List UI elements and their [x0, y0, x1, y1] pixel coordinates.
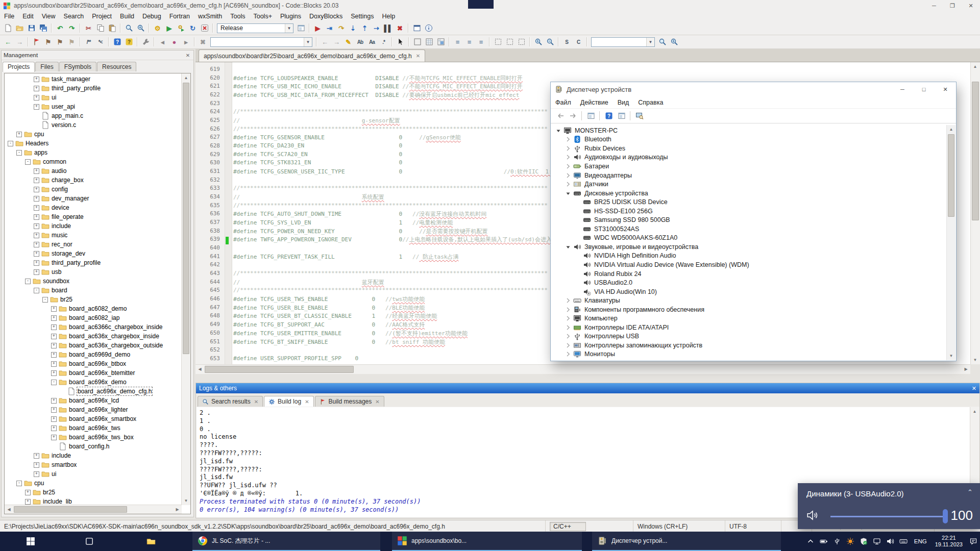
- network-icon[interactable]: [870, 532, 884, 551]
- expand-icon[interactable]: +: [34, 187, 39, 192]
- flux-icon[interactable]: [844, 532, 857, 551]
- project-tree-vscrollbar[interactable]: ▲ ▼: [181, 73, 190, 505]
- expand-icon[interactable]: +: [34, 178, 39, 183]
- project-tree-item[interactable]: +board_ac6969d_demo: [6, 350, 182, 359]
- expand-icon[interactable]: +: [51, 324, 57, 330]
- project-tree-item[interactable]: +config: [6, 185, 182, 194]
- chevron-right-icon[interactable]: [564, 162, 572, 170]
- project-tree-item[interactable]: +smartbox: [6, 460, 182, 469]
- project-tree-item[interactable]: +third_party_profile: [6, 84, 182, 93]
- chevron-down-icon[interactable]: ▼: [304, 38, 312, 46]
- jump-point-button[interactable]: ●: [169, 37, 180, 47]
- cut-button[interactable]: ✂: [83, 23, 94, 34]
- minimize-button[interactable]: ─: [925, 0, 943, 11]
- project-tree-item[interactable]: +br25: [6, 488, 182, 497]
- volume-speaker-icon[interactable]: [806, 509, 819, 522]
- chevron-down-icon[interactable]: [554, 127, 562, 135]
- build-button[interactable]: ⚙: [152, 23, 163, 34]
- expand-icon[interactable]: +: [51, 398, 57, 404]
- menu-doxyblocks[interactable]: DoxyBlocks: [305, 13, 347, 20]
- device-tree-item[interactable]: ST31000524AS: [551, 224, 947, 234]
- run-button[interactable]: ▶: [164, 23, 175, 34]
- collapse-icon[interactable]: -: [25, 159, 31, 165]
- menu-plugins[interactable]: Plugins: [276, 13, 305, 20]
- project-tree-item[interactable]: -board: [6, 286, 182, 295]
- chevron-right-icon[interactable]: [564, 314, 572, 322]
- pointer-tool-button[interactable]: [395, 37, 406, 47]
- battery-icon[interactable]: [817, 532, 830, 551]
- taskbar-device-manager-window[interactable]: Диспетчер устрой...: [592, 532, 781, 551]
- collapse-icon[interactable]: -: [34, 288, 39, 293]
- align-right-button[interactable]: ≡: [476, 37, 486, 47]
- editor-tab[interactable]: apps\soundbox\board\br25\board_ac696x_de…: [199, 49, 425, 62]
- wx-sizer-button[interactable]: [435, 37, 446, 47]
- border-mid-button[interactable]: [504, 37, 515, 47]
- expand-icon[interactable]: +: [51, 361, 57, 367]
- expand-icon[interactable]: +: [34, 223, 39, 229]
- chevron-down-icon[interactable]: [564, 189, 572, 197]
- build-target-select[interactable]: Release▼: [217, 23, 293, 33]
- zoom-in-button[interactable]: [533, 37, 544, 47]
- toggle-bookmark-button[interactable]: [31, 37, 42, 47]
- dm-help-button[interactable]: ?: [603, 111, 614, 121]
- chevron-down-icon[interactable]: ▼: [646, 38, 654, 46]
- expand-icon[interactable]: +: [34, 205, 39, 211]
- project-tree-item[interactable]: +dev_manager: [6, 194, 182, 203]
- doxy-comment-block-button[interactable]: /**: [83, 37, 94, 47]
- menu-tools[interactable]: Tools+: [249, 13, 276, 20]
- wx-show-source-button[interactable]: S: [561, 37, 572, 47]
- project-tree-item[interactable]: +cpu: [6, 130, 182, 139]
- device-tree-item[interactable]: Компоненты программного обеспечения: [551, 305, 947, 314]
- step-out-button[interactable]: ⇡: [359, 23, 370, 34]
- wx-show-class-button[interactable]: C: [573, 37, 584, 47]
- project-tree-item[interactable]: -Headers: [6, 139, 182, 148]
- close-button[interactable]: ✕: [935, 82, 956, 96]
- device-tree-item[interactable]: Датчики: [551, 180, 947, 189]
- highlight-occurrences-button[interactable]: ✎: [343, 37, 354, 47]
- device-tree-item[interactable]: BR25 UDISK USB Device: [551, 197, 947, 207]
- collapse-icon[interactable]: -: [51, 380, 57, 385]
- expand-icon[interactable]: +: [51, 416, 57, 422]
- project-tree-item[interactable]: board_config.h: [6, 442, 182, 451]
- close-icon[interactable]: ✕: [972, 385, 976, 392]
- chevron-down-icon[interactable]: [564, 243, 572, 251]
- menu-file[interactable]: File: [0, 13, 18, 20]
- symbol-search-button[interactable]: [657, 37, 668, 47]
- project-tree-item[interactable]: +board_ac696x_btbox: [6, 359, 182, 368]
- device-manager-titlebar[interactable]: Диспетчер устройств ─□✕: [551, 82, 956, 96]
- project-tree-item[interactable]: +ui: [6, 469, 182, 479]
- menu-fortran[interactable]: Fortran: [165, 13, 194, 20]
- project-tree-item[interactable]: +board_ac6082_demo: [6, 304, 182, 313]
- expand-icon[interactable]: +: [34, 196, 39, 202]
- project-tree-item[interactable]: +user_api: [6, 102, 182, 111]
- copy-button[interactable]: [95, 23, 106, 34]
- project-tree-item[interactable]: +board_ac696x_btemitter: [6, 368, 182, 378]
- expand-icon[interactable]: +: [34, 251, 39, 257]
- new-file-button[interactable]: [3, 23, 13, 34]
- dm-forward-button[interactable]: [568, 111, 578, 121]
- log-tab-build-log[interactable]: Build log✕: [264, 396, 313, 407]
- dm-menu-item[interactable]: Файл: [551, 99, 576, 106]
- language-indicator[interactable]: ENG: [910, 538, 931, 544]
- build-and-run-button[interactable]: [176, 23, 186, 34]
- clear-search-button[interactable]: ✖: [198, 37, 208, 47]
- save-all-button[interactable]: [38, 23, 48, 34]
- menu-search[interactable]: Search: [60, 13, 88, 20]
- device-tree-item[interactable]: HS-SSD-E100 256G: [551, 207, 947, 216]
- expand-icon[interactable]: +: [51, 352, 57, 358]
- open-file-button[interactable]: [14, 23, 25, 34]
- maximize-button[interactable]: □: [913, 82, 935, 96]
- device-tree-item[interactable]: Roland Rubix 24: [551, 269, 947, 279]
- task-view-button[interactable]: [77, 532, 102, 551]
- project-tree-item[interactable]: +board_ac6366c_chargebox_inside: [6, 322, 182, 332]
- jump-forward-button[interactable]: ▸: [181, 37, 191, 47]
- project-tree-item[interactable]: -soundbox: [6, 277, 182, 286]
- expand-icon[interactable]: +: [51, 334, 57, 339]
- rebuild-button[interactable]: ↻: [187, 23, 198, 34]
- project-tree-item[interactable]: -common: [6, 157, 182, 166]
- expand-icon[interactable]: +: [51, 343, 57, 348]
- zoom-out-button[interactable]: [545, 37, 555, 47]
- project-tree-item[interactable]: +board_ac696x_lcd: [6, 396, 182, 405]
- save-file-button[interactable]: [26, 23, 37, 34]
- doxy-help-button[interactable]: ?: [112, 37, 122, 47]
